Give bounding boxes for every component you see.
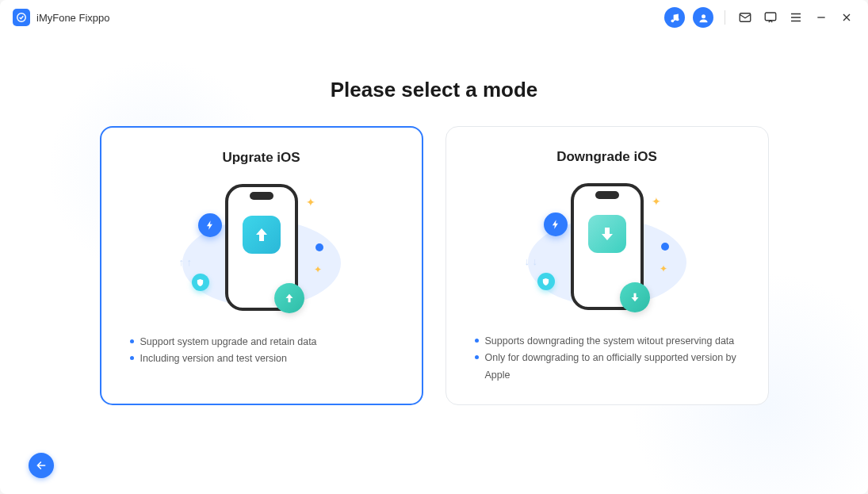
- music-promo-icon[interactable]: [664, 7, 685, 28]
- titlebar-divider: [725, 10, 725, 25]
- mode-cards: Upgrate iOS ↑ ↑: [100, 126, 769, 405]
- arrow-up-badge-icon: [274, 283, 304, 313]
- titlebar: iMyFone Fixppo: [0, 0, 868, 35]
- titlebar-left: iMyFone Fixppo: [13, 9, 109, 26]
- downgrade-bullets: Supports downgrading the system witout p…: [472, 333, 743, 384]
- bullet-item: Only for downgrading to an officially su…: [475, 350, 740, 384]
- shield-icon: [192, 274, 209, 291]
- bullet-item: Including version and test version: [130, 350, 393, 367]
- minimize-button[interactable]: [813, 9, 830, 26]
- shield-icon: [537, 273, 555, 290]
- titlebar-right: [664, 7, 855, 28]
- upgrade-ios-card[interactable]: Upgrate iOS ↑ ↑: [100, 126, 423, 405]
- bolt-icon: [198, 213, 222, 237]
- upgrade-illustration: ↑ ↑ ✦: [174, 180, 349, 323]
- account-icon[interactable]: [693, 7, 713, 28]
- mail-icon[interactable]: [736, 9, 754, 26]
- card-title: Downgrade iOS: [556, 149, 657, 165]
- upgrade-bullets: Support system upgrade and retain data I…: [127, 334, 396, 368]
- arrow-down-icon: [588, 215, 626, 253]
- feedback-icon[interactable]: [762, 9, 779, 26]
- content-area: Please select a mode Upgrate iOS ↑ ↑: [0, 35, 868, 494]
- svg-point-3: [702, 14, 705, 18]
- arrow-up-icon: [243, 216, 281, 254]
- svg-point-2: [675, 17, 679, 21]
- card-title: Upgrate iOS: [222, 150, 300, 166]
- svg-point-1: [671, 19, 674, 22]
- page-title: Please select a mode: [331, 78, 538, 102]
- app-window: iMyFone Fixppo: [0, 0, 868, 494]
- bolt-icon: [544, 213, 568, 236]
- menu-icon[interactable]: [787, 9, 805, 26]
- bullet-item: Support system upgrade and retain data: [130, 334, 393, 350]
- close-button[interactable]: [838, 9, 855, 26]
- app-logo-icon: [13, 9, 30, 26]
- back-button[interactable]: [29, 453, 54, 478]
- svg-rect-5: [765, 13, 776, 21]
- downgrade-ios-card[interactable]: Downgrade iOS ↓ ↓: [445, 126, 769, 405]
- bullet-item: Supports downgrading the system witout p…: [475, 333, 740, 350]
- arrow-down-badge-icon: [620, 282, 650, 312]
- downgrade-illustration: ↓ ↓ ✦: [520, 179, 694, 322]
- app-title: iMyFone Fixppo: [36, 12, 109, 24]
